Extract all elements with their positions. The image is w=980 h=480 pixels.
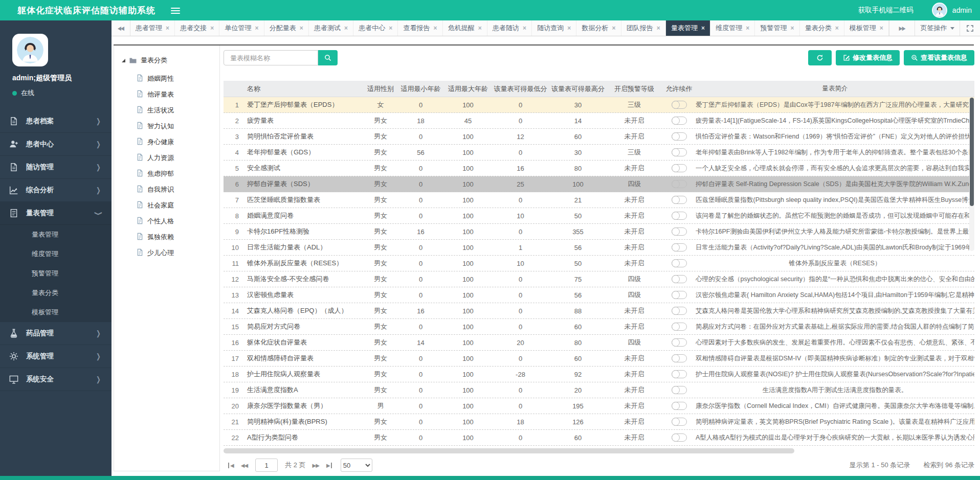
search-button[interactable] — [318, 50, 338, 65]
tab-12-active[interactable]: 量表管理× — [666, 20, 710, 36]
table-row-20[interactable]: 20康奈尔医学指数量表（男）男01000195未开启康奈尔医学指数（Cornel… — [224, 398, 974, 414]
tab-close-icon[interactable]: × — [657, 25, 660, 32]
tab-9[interactable]: 随访查询× — [532, 20, 576, 36]
tab-close-icon[interactable]: × — [835, 25, 839, 32]
tab-11[interactable]: 团队报告× — [621, 20, 666, 36]
view-scale-button[interactable]: 查看该量表信息 — [904, 50, 974, 65]
tab-3[interactable]: 分配量表× — [264, 20, 309, 36]
tab-close-icon[interactable]: × — [166, 25, 169, 32]
next-page-button[interactable]: ▶▶ — [313, 463, 319, 468]
table-row-18[interactable]: 18护士用住院病人观察量表男女0100-2892未开启护士用住院病人观察量表(N… — [224, 367, 974, 382]
table-row-11[interactable]: 11锥体外系副反应量表（RESES）男女01001050未开启锥体外系副反应量表… — [224, 256, 974, 271]
tabs-scroll-left-icon[interactable]: ◀◀ — [112, 20, 130, 36]
sidebar-item-0[interactable]: 患者档案❯ — [0, 110, 112, 133]
qr-code-link[interactable]: 获取手机端二维码 — [858, 6, 914, 15]
tree-item-1[interactable]: 他评量表 — [114, 86, 219, 102]
user-avatar[interactable] — [932, 3, 947, 18]
sidebar-item-7[interactable]: 系统安全❯ — [0, 368, 112, 391]
table-row-2[interactable]: 2疲劳量表男女1845014未开启疲劳量表-14[1](FatigueScale… — [224, 113, 974, 129]
resume-toggle-off[interactable] — [672, 291, 687, 299]
tab-close-icon[interactable]: × — [790, 25, 794, 32]
table-row-5[interactable]: 5安全感测试男女01001680未开启一个人缺乏安全感，心理成长就会停滞，而有安… — [224, 161, 974, 176]
resume-toggle-off[interactable] — [672, 275, 687, 283]
table-row-6[interactable]: 6抑郁自评量表（SDS）男女010025100四级抑郁自评量表 Self-Rat… — [224, 176, 974, 192]
resume-toggle-off[interactable] — [672, 132, 687, 141]
resume-toggle-off[interactable] — [672, 180, 687, 188]
table-row-3[interactable]: 3简明惧怕否定评价量表男女01001260未开启惧怕否定评价量表：Watson和… — [224, 129, 974, 145]
resume-toggle-off[interactable] — [672, 323, 687, 331]
sidebar-item-2[interactable]: 随访管理❯ — [0, 156, 112, 179]
fullscreen-icon[interactable] — [960, 20, 980, 36]
tab-close-icon[interactable]: × — [880, 25, 883, 32]
tab-close-icon[interactable]: × — [478, 25, 482, 32]
table-row-21[interactable]: 21简明精神病(科)量表(BPRS)男女010018126未开启简明精神病评定量… — [224, 414, 974, 430]
sidebar-subitem-4-0[interactable]: 量表管理 — [0, 225, 112, 244]
table-row-22[interactable]: 22A型行为类型问卷男女0100060未开启A型人格或A型行为模式的提出是心理学… — [224, 430, 974, 446]
horizontal-scrollbar-thumb[interactable] — [224, 448, 794, 453]
tab-operations-dropdown[interactable]: 页签操作 — [915, 20, 960, 36]
table-row-1[interactable]: 1爱丁堡产后抑郁量表（EPDS）女0100030三级爱丁堡产后抑郁量表（EPDS… — [224, 97, 974, 113]
tab-close-icon[interactable]: × — [255, 25, 259, 32]
table-row-10[interactable]: 10日常生活能力量表（ADL）男女0100156未开启日常生活能力量表（Acti… — [224, 240, 974, 256]
tree-item-5[interactable]: 人力资源 — [114, 150, 219, 166]
resume-toggle-off[interactable] — [672, 307, 687, 315]
refresh-button[interactable] — [808, 50, 832, 65]
horizontal-scrollbar[interactable] — [224, 448, 974, 453]
tree-item-7[interactable]: 自我辨识 — [114, 181, 219, 197]
tab-2[interactable]: 单位管理× — [219, 20, 264, 36]
tree-item-11[interactable]: 少儿心理 — [114, 245, 219, 261]
tab-16[interactable]: 模板管理× — [844, 20, 889, 36]
sidebar-subitem-4-1[interactable]: 维度管理 — [0, 244, 112, 264]
resume-toggle-off[interactable] — [672, 196, 687, 204]
table-row-4[interactable]: 4老年抑郁量表（GDS）男女56100030三级老年抑郁量表由Brink等人于1… — [224, 145, 974, 161]
tab-5[interactable]: 患者中心× — [353, 20, 398, 36]
prev-page-button[interactable]: ◀◀ — [241, 463, 248, 468]
tree-item-0[interactable]: 婚姻两性 — [114, 71, 219, 86]
resume-toggle-off[interactable] — [672, 243, 687, 252]
sidebar-item-3[interactable]: 综合分析❯ — [0, 179, 112, 202]
username[interactable]: admin — [952, 6, 972, 14]
first-page-button[interactable]: ◀ — [228, 463, 234, 468]
resume-toggle-off[interactable] — [672, 227, 687, 236]
table-row-19[interactable]: 19生活满意度指数A男女0100020未开启生活满意度指数A用于测试生活满意度指… — [224, 382, 974, 398]
tab-close-icon[interactable]: × — [389, 25, 392, 32]
last-page-button[interactable]: ▶ — [326, 463, 332, 468]
tab-15[interactable]: 量表分类× — [800, 20, 844, 36]
sidebar-item-5[interactable]: 药品管理❯ — [0, 322, 112, 345]
sidebar-subitem-4-4[interactable]: 模板管理 — [0, 303, 112, 322]
resume-toggle-off[interactable] — [672, 338, 687, 347]
vertical-scrollbar-thumb[interactable] — [970, 98, 974, 206]
resume-toggle-off[interactable] — [672, 386, 687, 394]
resume-toggle-off[interactable] — [672, 212, 687, 220]
tree-root-node[interactable]: 量表分类 — [114, 55, 219, 66]
sidebar-item-4[interactable]: 量表管理❯ — [0, 202, 112, 225]
tab-close-icon[interactable]: × — [746, 25, 749, 32]
resume-toggle-off[interactable] — [672, 101, 687, 109]
tab-close-icon[interactable]: × — [701, 25, 705, 32]
tabs-scroll-right-icon[interactable]: ▶▶ — [889, 20, 915, 36]
sidebar-subitem-4-3[interactable]: 量表分类 — [0, 283, 112, 303]
table-row-17[interactable]: 17双相情感障碍自评量表男女0100060未开启双相情感障碍自评量表是根据DSM… — [224, 351, 974, 367]
tab-4[interactable]: 患者测试× — [309, 20, 353, 36]
tab-7[interactable]: 危机提醒× — [443, 20, 487, 36]
tab-close-icon[interactable]: × — [300, 25, 303, 32]
table-row-13[interactable]: 13汉密顿焦虑量表男女0100056四级汉密尔顿焦虑量表( Hamilton A… — [224, 287, 974, 303]
resume-toggle-off[interactable] — [672, 354, 687, 362]
resume-toggle-off[interactable] — [672, 148, 687, 156]
tree-item-3[interactable]: 智力认知 — [114, 118, 219, 134]
page-size-select[interactable]: 50 — [341, 459, 372, 472]
table-row-16[interactable]: 16躯体化症状自评量表男女141002080四级心理因素对于大多数疾病的发生、发… — [224, 335, 974, 351]
tree-item-9[interactable]: 个性人格 — [114, 213, 219, 229]
sidebar-item-6[interactable]: 系统管理❯ — [0, 345, 112, 368]
tab-1[interactable]: 患者交接× — [175, 20, 219, 36]
resume-toggle-off[interactable] — [672, 433, 687, 442]
tree-item-2[interactable]: 生活状况 — [114, 102, 219, 118]
tab-close-icon[interactable]: × — [434, 25, 437, 32]
resume-toggle-off[interactable] — [672, 370, 687, 378]
tab-close-icon[interactable]: × — [210, 25, 214, 32]
tab-8[interactable]: 患者随访× — [487, 20, 532, 36]
edit-scale-button[interactable]: 修改量表信息 — [836, 50, 900, 65]
table-row-15[interactable]: 15简易应对方式问卷男女0100060未开启简易应对方式问卷：在国外应对方式量表… — [224, 319, 974, 335]
tree-item-10[interactable]: 孤独依赖 — [114, 229, 219, 245]
tab-6[interactable]: 查看报告× — [398, 20, 442, 36]
